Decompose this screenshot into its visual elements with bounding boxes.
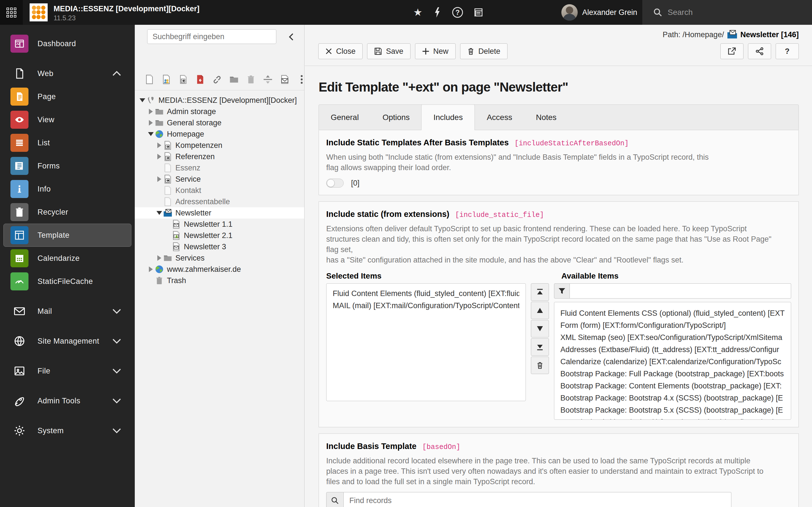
tree-expander-open-icon[interactable] xyxy=(147,132,154,136)
module-menu-toggle[interactable] xyxy=(0,0,23,25)
link-icon[interactable] xyxy=(211,73,223,86)
tab-access[interactable]: Access xyxy=(475,105,524,130)
user-menu[interactable]: Alexander Grein xyxy=(561,0,637,25)
available-item[interactable]: Calendarize (calendarize) [EXT:calendari… xyxy=(560,356,784,368)
delete-button[interactable]: Delete xyxy=(460,43,507,59)
available-item[interactable]: Domaincheck (domaincheck) [EXT:domainche… xyxy=(560,416,784,420)
help-button[interactable]: ? xyxy=(776,43,799,59)
new-button[interactable]: New xyxy=(415,43,456,59)
selected-item[interactable]: MAIL (mail) [EXT:mail/Configuration/Typo… xyxy=(333,300,519,312)
available-item[interactable]: Bootstrap Package: Bootstrap 4.x (SCSS) … xyxy=(560,392,784,404)
share-button[interactable] xyxy=(748,43,771,59)
separator-icon[interactable] xyxy=(262,73,274,86)
tree-node-trash[interactable]: Trash xyxy=(135,275,304,286)
tab-options[interactable]: Options xyxy=(371,105,422,130)
sidebar-item-info[interactable]: Info xyxy=(3,177,132,201)
move-up-button[interactable] xyxy=(531,302,549,319)
move-down-button[interactable] xyxy=(531,320,549,337)
sidebar-item-calendarize[interactable]: Calendarize xyxy=(3,247,132,270)
tree-expander-closed-icon[interactable] xyxy=(147,109,154,114)
save-button[interactable]: Save xyxy=(367,43,410,59)
tree-node-adressentabelle[interactable]: Adressentabelle xyxy=(135,196,304,207)
sidebar-item-admin-tools[interactable]: Admin Tools xyxy=(3,389,132,412)
tree-node-newsletter-1.1[interactable]: Newsletter 1.1 xyxy=(135,219,304,230)
global-search[interactable]: Search xyxy=(642,0,812,25)
available-item[interactable]: Bootstrap Package: Content Elements (boo… xyxy=(560,380,784,392)
folder-icon[interactable] xyxy=(228,73,240,86)
page-mail-icon[interactable] xyxy=(278,73,291,86)
available-item[interactable]: XML Sitemap (seo) [EXT:seo/Configuration… xyxy=(560,332,784,344)
remove-item-button[interactable] xyxy=(531,356,549,374)
sidebar-item-site-management[interactable]: Site Management xyxy=(3,330,132,353)
help-icon[interactable]: ? xyxy=(452,7,463,18)
find-records-search-icon[interactable] xyxy=(326,492,344,507)
tree-node-kompetenzen[interactable]: Kompetenzen xyxy=(135,140,304,151)
tree-node-www.zahmerkaiser.de[interactable]: www.zahmerkaiser.de xyxy=(135,264,304,275)
collapse-tree-icon[interactable] xyxy=(285,31,298,43)
move-to-bottom-button[interactable] xyxy=(531,338,549,356)
sidebar-item-dashboard[interactable]: Dashboard xyxy=(3,32,132,55)
trash-icon xyxy=(467,47,474,55)
available-item[interactable]: Bootstrap Package: Full Package (bootstr… xyxy=(560,368,784,380)
tree-expander-open-icon[interactable] xyxy=(139,98,146,102)
tree-node-admin-storage[interactable]: Admin storage xyxy=(135,106,304,117)
sidebar-item-list[interactable]: List xyxy=(3,131,132,154)
tree-node-newsletter-3[interactable]: Newsletter 3 xyxy=(135,241,304,252)
tree-expander-open-icon[interactable] xyxy=(156,211,163,215)
trash-icon[interactable] xyxy=(245,73,257,86)
sidebar-item-page[interactable]: Page xyxy=(3,85,132,108)
tree-expander-closed-icon[interactable] xyxy=(156,176,163,182)
sidebar-item-system[interactable]: System xyxy=(3,419,132,442)
tree-node-essenz[interactable]: Essenz xyxy=(135,162,304,173)
tree-node-homepage[interactable]: Homepage xyxy=(135,128,304,140)
page-users-icon[interactable] xyxy=(160,73,172,86)
tree-search-input[interactable] xyxy=(147,29,276,44)
available-item[interactable]: Form (form) [EXT:form/Configuration/Typo… xyxy=(560,320,784,332)
available-items-list[interactable]: Fluid Content Elements CSS (optional) (f… xyxy=(554,302,791,420)
find-records-input[interactable] xyxy=(344,492,731,507)
tree-node-general-storage[interactable]: General storage xyxy=(135,117,304,128)
tab-general[interactable]: General xyxy=(319,105,371,130)
tree-expander-closed-icon[interactable] xyxy=(156,143,163,148)
tree-node-media-essenz-development-docker-[interactable]: MEDIA::ESSENZ [Development][Docker] xyxy=(135,95,304,106)
sidebar-item-template[interactable]: Template xyxy=(3,224,132,247)
available-items-filter-input[interactable] xyxy=(570,283,791,298)
tree-node-service[interactable]: Service xyxy=(135,173,304,185)
page-shortcut-icon[interactable] xyxy=(177,73,190,86)
bookmark-star-icon[interactable]: ★ xyxy=(413,6,422,18)
tree-node-kontakt[interactable]: Kontakt xyxy=(135,185,304,196)
tree-node-newsletter[interactable]: Newsletter xyxy=(135,207,304,219)
available-item[interactable]: Addresses (Extbase/Fluid) (tt_address) [… xyxy=(560,344,784,356)
tab-includes[interactable]: Includes xyxy=(421,105,475,130)
sidebar-item-file[interactable]: File xyxy=(3,359,132,383)
available-item[interactable]: Fluid Content Elements CSS (optional) (f… xyxy=(560,307,784,320)
systeminformation-icon[interactable] xyxy=(474,8,483,17)
move-to-top-button[interactable] xyxy=(531,283,549,301)
tree-expander-closed-icon[interactable] xyxy=(156,255,163,261)
filter-funnel-icon[interactable] xyxy=(554,283,570,298)
selected-items-list[interactable]: Fluid Content Elements (fluid_styled_con… xyxy=(326,283,526,401)
site-title: MEDIA::ESSENZ [Development][Docker] xyxy=(54,4,200,13)
tree-node-newsletter-2.1[interactable]: Newsletter 2.1 xyxy=(135,230,304,241)
include-static-after-toggle[interactable] xyxy=(326,179,344,187)
available-item[interactable]: Bootstrap Package: Bootstrap 5.x (SCSS) … xyxy=(560,404,784,416)
close-button[interactable]: Close xyxy=(318,43,363,59)
sidebar-item-forms[interactable]: Forms xyxy=(3,154,132,177)
page-external-icon[interactable] xyxy=(194,73,206,86)
tab-notes[interactable]: Notes xyxy=(524,105,568,130)
view-webpage-button[interactable] xyxy=(720,43,744,59)
sidebar-item-recycler[interactable]: Recycler xyxy=(3,201,132,224)
clear-cache-bolt-icon[interactable] xyxy=(433,7,442,18)
tree-expander-closed-icon[interactable] xyxy=(147,120,154,126)
site-logo[interactable] xyxy=(30,3,48,21)
sidebar-item-mail[interactable]: Mail xyxy=(3,300,132,323)
selected-item[interactable]: Fluid Content Elements (fluid_styled_con… xyxy=(333,288,519,300)
tree-expander-closed-icon[interactable] xyxy=(156,154,163,159)
sidebar-item-web[interactable]: Web xyxy=(3,62,132,85)
tree-node-services[interactable]: Services xyxy=(135,252,304,264)
sidebar-item-staticfilecache[interactable]: StaticFileCache xyxy=(3,270,132,293)
tree-node-referenzen[interactable]: Referenzen xyxy=(135,151,304,162)
tree-expander-closed-icon[interactable] xyxy=(147,267,154,272)
page-new-icon[interactable] xyxy=(143,73,156,86)
sidebar-item-view[interactable]: View xyxy=(3,108,132,131)
